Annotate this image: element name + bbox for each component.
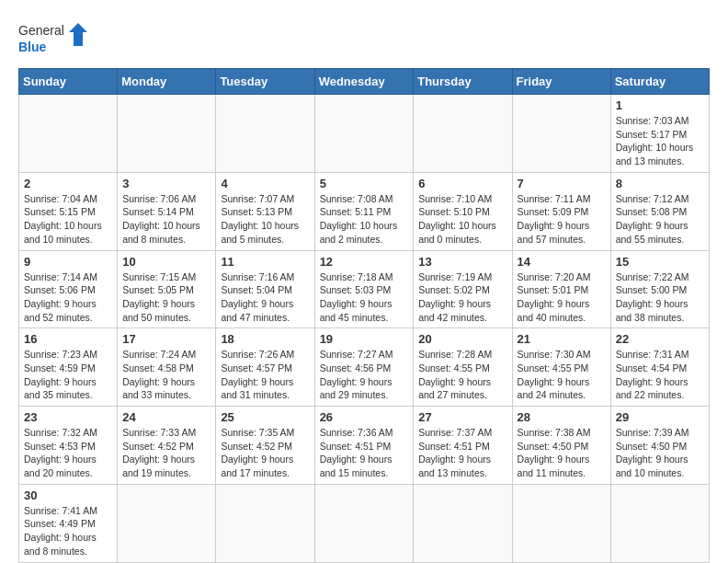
svg-text:General: General: [18, 23, 64, 38]
day-info: Sunrise: 7:20 AM Sunset: 5:01 PM Dayligh…: [518, 270, 606, 325]
day-info: Sunrise: 7:33 AM Sunset: 4:52 PM Dayligh…: [122, 426, 210, 480]
day-info: Sunrise: 7:36 AM Sunset: 4:51 PM Dayligh…: [320, 426, 409, 480]
day-info: Sunrise: 7:24 AM Sunset: 4:58 PM Dayligh…: [122, 348, 210, 402]
day-info: Sunrise: 7:15 AM Sunset: 5:05 PM Dayligh…: [122, 270, 210, 325]
day-info: Sunrise: 7:16 AM Sunset: 5:04 PM Dayligh…: [221, 270, 309, 325]
calendar-cell: 11Sunrise: 7:16 AM Sunset: 5:04 PM Dayli…: [216, 250, 314, 328]
calendar-cell: 10Sunrise: 7:15 AM Sunset: 5:05 PM Dayli…: [118, 250, 216, 328]
day-number: 5: [320, 177, 409, 190]
day-info: Sunrise: 7:11 AM Sunset: 5:09 PM Dayligh…: [518, 192, 606, 247]
day-info: Sunrise: 7:10 AM Sunset: 5:10 PM Dayligh…: [418, 192, 506, 247]
calendar-cell: [216, 95, 314, 173]
calendar-cell: 5Sunrise: 7:08 AM Sunset: 5:11 PM Daylig…: [314, 172, 414, 250]
day-info: Sunrise: 7:41 AM Sunset: 4:49 PM Dayligh…: [24, 504, 112, 558]
day-info: Sunrise: 7:35 AM Sunset: 4:52 PM Dayligh…: [221, 426, 309, 480]
day-info: Sunrise: 7:08 AM Sunset: 5:11 PM Dayligh…: [320, 192, 409, 247]
day-info: Sunrise: 7:26 AM Sunset: 4:57 PM Dayligh…: [221, 348, 309, 402]
calendar-cell: 1Sunrise: 7:03 AM Sunset: 5:17 PM Daylig…: [610, 95, 709, 173]
day-number: 21: [518, 332, 606, 346]
day-info: Sunrise: 7:03 AM Sunset: 5:17 PM Dayligh…: [616, 114, 704, 168]
day-number: 20: [418, 332, 506, 346]
week-row-5: 30Sunrise: 7:41 AM Sunset: 4:49 PM Dayli…: [19, 484, 710, 562]
day-number: 30: [24, 488, 112, 502]
calendar-cell: 15Sunrise: 7:22 AM Sunset: 5:00 PM Dayli…: [610, 250, 709, 328]
calendar-cell: 6Sunrise: 7:10 AM Sunset: 5:10 PM Daylig…: [414, 172, 512, 250]
day-info: Sunrise: 7:07 AM Sunset: 5:13 PM Dayligh…: [221, 192, 309, 247]
day-number: 12: [320, 255, 409, 269]
calendar-cell: [414, 95, 512, 173]
week-row-4: 23Sunrise: 7:32 AM Sunset: 4:53 PM Dayli…: [19, 407, 710, 485]
day-number: 4: [221, 177, 309, 190]
day-info: Sunrise: 7:37 AM Sunset: 4:51 PM Dayligh…: [418, 426, 506, 480]
calendar-cell: 24Sunrise: 7:33 AM Sunset: 4:52 PM Dayli…: [118, 407, 216, 485]
calendar-cell: 4Sunrise: 7:07 AM Sunset: 5:13 PM Daylig…: [216, 172, 314, 250]
day-info: Sunrise: 7:04 AM Sunset: 5:15 PM Dayligh…: [24, 192, 112, 247]
day-number: 27: [418, 410, 506, 424]
calendar-cell: [610, 484, 709, 562]
day-number: 25: [221, 410, 309, 424]
day-number: 9: [24, 255, 112, 269]
calendar-cell: 7Sunrise: 7:11 AM Sunset: 5:09 PM Daylig…: [512, 172, 610, 250]
day-number: 13: [418, 255, 506, 269]
week-row-1: 2Sunrise: 7:04 AM Sunset: 5:15 PM Daylig…: [19, 172, 710, 250]
day-number: 6: [418, 177, 506, 190]
day-info: Sunrise: 7:18 AM Sunset: 5:03 PM Dayligh…: [320, 270, 409, 325]
calendar-cell: 27Sunrise: 7:37 AM Sunset: 4:51 PM Dayli…: [414, 407, 512, 485]
day-info: Sunrise: 7:28 AM Sunset: 4:55 PM Dayligh…: [418, 348, 506, 402]
day-info: Sunrise: 7:38 AM Sunset: 4:50 PM Dayligh…: [518, 426, 606, 480]
header-tuesday: Tuesday: [216, 69, 314, 95]
day-number: 8: [616, 177, 704, 190]
day-number: 14: [518, 255, 606, 269]
calendar-cell: [19, 95, 118, 173]
calendar-cell: [414, 484, 512, 562]
day-number: 28: [518, 410, 606, 424]
calendar-cell: [314, 95, 414, 173]
day-info: Sunrise: 7:23 AM Sunset: 4:59 PM Dayligh…: [24, 348, 112, 402]
calendar-cell: 18Sunrise: 7:26 AM Sunset: 4:57 PM Dayli…: [216, 328, 314, 407]
day-info: Sunrise: 7:06 AM Sunset: 5:14 PM Dayligh…: [122, 192, 210, 247]
header-monday: Monday: [118, 69, 216, 95]
calendar-cell: [512, 95, 610, 173]
calendar-cell: 2Sunrise: 7:04 AM Sunset: 5:15 PM Daylig…: [19, 172, 118, 250]
calendar-cell: 22Sunrise: 7:31 AM Sunset: 4:54 PM Dayli…: [610, 328, 709, 407]
day-info: Sunrise: 7:30 AM Sunset: 4:55 PM Dayligh…: [518, 348, 606, 402]
day-number: 26: [320, 410, 409, 424]
calendar-cell: 19Sunrise: 7:27 AM Sunset: 4:56 PM Dayli…: [314, 328, 414, 407]
logo: General Blue: [18, 18, 92, 59]
day-number: 24: [122, 410, 210, 424]
day-number: 19: [320, 332, 409, 346]
day-number: 17: [122, 332, 210, 346]
svg-marker-2: [69, 23, 87, 46]
calendar-cell: 28Sunrise: 7:38 AM Sunset: 4:50 PM Dayli…: [512, 407, 610, 485]
day-info: Sunrise: 7:19 AM Sunset: 5:02 PM Dayligh…: [418, 270, 506, 325]
logo-svg: General Blue: [18, 18, 92, 59]
calendar-cell: 9Sunrise: 7:14 AM Sunset: 5:06 PM Daylig…: [19, 250, 118, 328]
week-row-0: 1Sunrise: 7:03 AM Sunset: 5:17 PM Daylig…: [19, 95, 710, 173]
day-info: Sunrise: 7:39 AM Sunset: 4:50 PM Dayligh…: [616, 426, 704, 480]
calendar-cell: 25Sunrise: 7:35 AM Sunset: 4:52 PM Dayli…: [216, 407, 314, 485]
header-friday: Friday: [512, 69, 610, 95]
day-number: 16: [24, 332, 112, 346]
day-number: 10: [122, 255, 210, 269]
calendar-cell: 12Sunrise: 7:18 AM Sunset: 5:03 PM Dayli…: [314, 250, 414, 328]
svg-text:Blue: Blue: [18, 40, 47, 54]
header-wednesday: Wednesday: [314, 69, 414, 95]
calendar-cell: 30Sunrise: 7:41 AM Sunset: 4:49 PM Dayli…: [19, 484, 118, 562]
day-info: Sunrise: 7:12 AM Sunset: 5:08 PM Dayligh…: [616, 192, 704, 247]
day-info: Sunrise: 7:32 AM Sunset: 4:53 PM Dayligh…: [24, 426, 112, 480]
day-number: 18: [221, 332, 309, 346]
calendar-header-row: SundayMondayTuesdayWednesdayThursdayFrid…: [19, 69, 710, 95]
day-info: Sunrise: 7:14 AM Sunset: 5:06 PM Dayligh…: [24, 270, 112, 325]
header-saturday: Saturday: [610, 69, 709, 95]
page-header: General Blue: [18, 18, 710, 59]
day-number: 22: [616, 332, 704, 346]
calendar-cell: [216, 484, 314, 562]
header-sunday: Sunday: [19, 69, 118, 95]
week-row-3: 16Sunrise: 7:23 AM Sunset: 4:59 PM Dayli…: [19, 328, 710, 407]
day-number: 23: [24, 410, 112, 424]
calendar-cell: 13Sunrise: 7:19 AM Sunset: 5:02 PM Dayli…: [414, 250, 512, 328]
day-number: 15: [616, 255, 704, 269]
calendar-cell: 16Sunrise: 7:23 AM Sunset: 4:59 PM Dayli…: [19, 328, 118, 407]
calendar-cell: [314, 484, 414, 562]
day-info: Sunrise: 7:27 AM Sunset: 4:56 PM Dayligh…: [320, 348, 409, 402]
